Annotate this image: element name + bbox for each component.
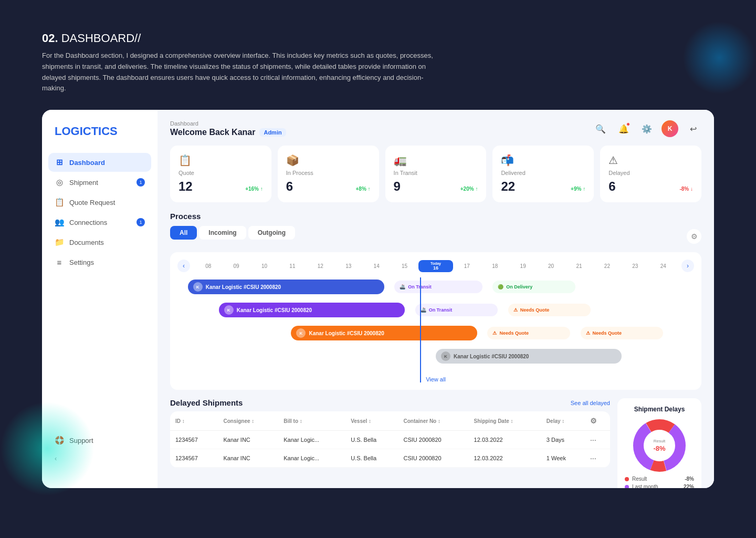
cell-delay: 3 Days xyxy=(541,431,585,449)
gantt-bar-4[interactable]: K Kanar Logistic #CSIU 2000820 xyxy=(436,349,622,364)
sidebar-item-quote-request[interactable]: 📋 Quote Request xyxy=(48,193,151,212)
metric-label: Quote xyxy=(178,170,263,176)
gantt-label-3: Kanar Logistic #CSIU 2000820 xyxy=(309,330,384,336)
bottom-row: Delayed Shipments See all delayed ID ↕ C… xyxy=(170,398,701,488)
col-vessel[interactable]: Vessel ↕ xyxy=(345,411,398,431)
delivery-icon: 🟢 xyxy=(498,284,503,289)
gantt-status-delivery-1: 🟢 On Delivery xyxy=(492,281,575,293)
search-button[interactable]: 🔍 xyxy=(592,120,609,137)
col-consignee[interactable]: Consignee ↕ xyxy=(218,411,278,431)
logo: LOGICTICS xyxy=(42,125,158,153)
sidebar-item-shipment[interactable]: ◎ Shipment 1 xyxy=(48,173,151,192)
metric-value: 6 xyxy=(608,179,615,194)
cell-consignee: Kanar INC xyxy=(218,449,278,468)
sidebar-item-label: Shipment xyxy=(69,179,98,187)
tab-all[interactable]: All xyxy=(170,226,197,240)
date-21: 21 xyxy=(565,263,593,269)
delayed-table: ID ↕ Consignee ↕ Bill to ↕ Vessel ↕ Cont… xyxy=(170,411,610,468)
pie-center-value: -8% xyxy=(653,444,665,452)
pie-title: Shipment Delays xyxy=(634,406,685,413)
table-row: 1234567 Kanar INC Kanar Logic... U.S. Be… xyxy=(170,449,610,468)
metric-change: +20% ↑ xyxy=(460,186,478,192)
col-delay[interactable]: Delay ↕ xyxy=(541,411,585,431)
gantt-label-2: Kanar Logistic #CSIU 2000820 xyxy=(237,307,312,313)
date-09: 09 xyxy=(222,263,250,269)
date-15: 15 xyxy=(391,263,418,269)
dashboard-icon: ⊞ xyxy=(55,158,64,167)
col-shipping-date[interactable]: Shipping Date ↕ xyxy=(469,411,541,431)
pie-legend-value: -8% xyxy=(685,476,694,482)
metric-value-row: 9 +20% ↑ xyxy=(394,179,478,194)
sidebar-item-label: Dashboard xyxy=(69,159,105,167)
page-title: Welcome Back Kanar Admin xyxy=(170,128,286,137)
date-11: 11 xyxy=(278,263,306,269)
shipment-badge: 1 xyxy=(136,178,145,187)
sidebar-item-settings[interactable]: ≡ Settings xyxy=(48,253,151,272)
sidebar-item-label: Settings xyxy=(69,258,94,266)
date-20: 20 xyxy=(537,263,565,269)
main-content: Dashboard Welcome Back Kanar Admin 🔍 🔔 ⚙… xyxy=(158,110,714,488)
quote-metric-icon: 📋 xyxy=(178,154,263,167)
gantt-avatar-4: K xyxy=(441,351,450,361)
col-bill-to[interactable]: Bill to ↕ xyxy=(278,411,345,431)
gantt-status-needs-quote-3b: ⚠ Needs Quote xyxy=(581,327,663,339)
col-container[interactable]: Container No ↕ xyxy=(398,411,468,431)
transit-icon: 🚢 xyxy=(400,284,405,289)
cell-actions[interactable]: ··· xyxy=(585,449,610,468)
tab-outgoing[interactable]: Outgoing xyxy=(248,226,295,240)
sidebar-item-documents[interactable]: 📁 Documents xyxy=(48,233,151,252)
tab-incoming[interactable]: Incoming xyxy=(199,226,246,240)
metric-value: 12 xyxy=(178,179,193,194)
cell-bill-to: Kanar Logic... xyxy=(278,449,345,468)
gantt-row-1: K Kanar Logistic #CSIU 2000820 🚢 On Tran… xyxy=(177,277,694,296)
cell-container: CSIU 2000820 xyxy=(398,431,468,449)
topbar-actions: 🔍 🔔 ⚙️ K ↩ xyxy=(592,120,701,137)
delayed-header: Delayed Shipments See all delayed xyxy=(170,398,610,407)
notification-button[interactable]: 🔔 xyxy=(615,120,632,137)
gantt-avatar-1: K xyxy=(193,282,203,292)
col-id[interactable]: ID ↕ xyxy=(170,411,218,431)
cell-actions[interactable]: ··· xyxy=(585,431,610,449)
gantt-bar-3[interactable]: K Kanar Logistic #CSIU 2000820 xyxy=(291,326,477,340)
quote-icon: 📋 xyxy=(55,198,64,207)
metric-delayed: ⚠ Delayed 6 -8% ↓ xyxy=(600,146,701,202)
cell-date: 12.03.2022 xyxy=(469,449,541,468)
pie-legend-value: 22% xyxy=(684,484,694,488)
col-settings[interactable]: ⚙ xyxy=(585,411,610,431)
sidebar-item-connections[interactable]: 👥 Connections 1 xyxy=(48,213,151,232)
gantt-bar-1[interactable]: K Kanar Logistic #CSIU 2000820 xyxy=(188,280,384,294)
sidebar-support[interactable]: 🛟 Support xyxy=(48,431,151,450)
timeline-prev-btn[interactable]: ‹ xyxy=(177,260,190,272)
in-transit-metric-icon: 🚛 xyxy=(394,154,478,167)
metric-change: +8% ↑ xyxy=(356,186,371,192)
sidebar-nav: ⊞ Dashboard ◎ Shipment 1 📋 Quote Request… xyxy=(42,153,158,425)
cell-date: 12.03.2022 xyxy=(469,431,541,449)
cell-container: CSIU 2000820 xyxy=(398,449,468,468)
pie-legend-last-month: Last month 22% xyxy=(625,484,694,488)
metric-value-row: 6 -8% ↓ xyxy=(608,179,693,194)
in-process-metric-icon: 📦 xyxy=(286,154,371,167)
metric-label: Delivered xyxy=(501,170,585,176)
gantt-bar-2[interactable]: K Kanar Logistic #CSIU 2000820 xyxy=(219,303,405,317)
view-all-link[interactable]: View all xyxy=(177,373,694,382)
see-all-link[interactable]: See all delayed xyxy=(571,400,610,406)
timeline-next-btn[interactable]: › xyxy=(681,260,694,272)
admin-badge: Admin xyxy=(259,128,286,137)
metric-label: In Transit xyxy=(394,170,478,176)
pie-center-text: Result xyxy=(653,439,665,443)
process-settings-btn[interactable]: ⚙ xyxy=(687,229,701,244)
settings-button[interactable]: ⚙️ xyxy=(638,120,655,137)
connections-icon: 👥 xyxy=(55,218,64,227)
metric-change: -8% ↓ xyxy=(679,186,693,192)
metric-value: 9 xyxy=(394,179,401,194)
sidebar-collapse[interactable]: ‹ xyxy=(48,450,151,467)
metrics-row: 📋 Quote 12 +16% ↑ 📦 In Process 6 +8% ↑ 🚛… xyxy=(170,146,701,202)
metric-in-process: 📦 In Process 6 +8% ↑ xyxy=(278,146,379,202)
avatar[interactable]: K xyxy=(662,120,678,137)
sidebar-item-dashboard[interactable]: ⊞ Dashboard xyxy=(48,153,151,172)
pie-legend-label: Last month xyxy=(632,484,658,488)
process-section-header: Process xyxy=(170,212,701,221)
process-title: Process xyxy=(170,212,201,221)
back-button[interactable]: ↩ xyxy=(685,120,701,137)
cell-vessel: U.S. Bella xyxy=(345,431,398,449)
